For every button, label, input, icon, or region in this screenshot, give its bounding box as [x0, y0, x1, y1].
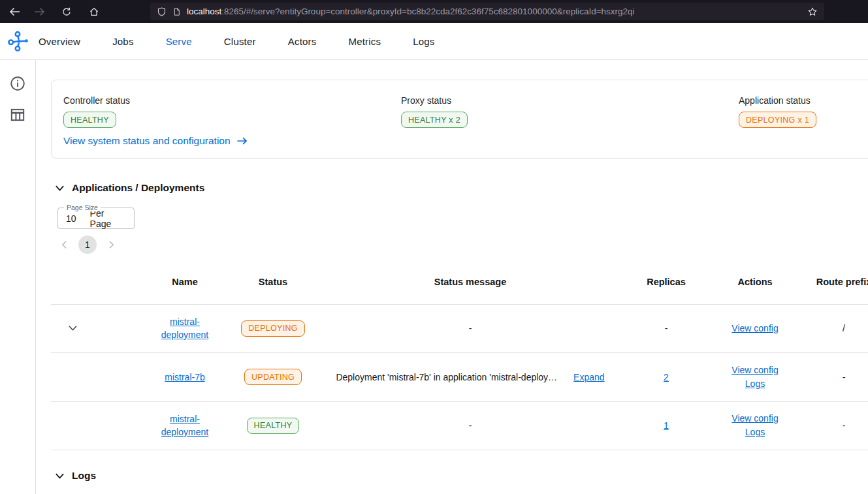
status-message-value: - [469, 323, 472, 333]
page-size-select[interactable]: Page Size 10 Per Page [57, 208, 135, 229]
chevron-down-icon[interactable] [55, 184, 65, 192]
status-badge: UPDATING [244, 369, 302, 385]
ray-dashboard-serve-page: localhost:8265/#/serve?entityGroup=contr… [0, 0, 868, 494]
header-route-prefix: Route prefix [801, 260, 868, 304]
system-status-card: Controller status HEALTHY Proxy status H… [51, 80, 868, 159]
browser-home-icon[interactable] [84, 3, 104, 21]
status-message-value: Deployment 'mistral-7b' in application '… [336, 372, 557, 382]
controller-status-label: Controller status [63, 95, 130, 106]
pagination-page-1[interactable]: 1 [78, 236, 97, 254]
replicas-link[interactable]: 1 [664, 420, 669, 431]
table-view-icon[interactable] [9, 106, 26, 126]
info-icon[interactable] [9, 75, 26, 95]
tab-overview[interactable]: Overview [39, 36, 80, 47]
chevron-down-icon[interactable] [55, 472, 65, 480]
controller-status-section: Controller status HEALTHY [63, 95, 130, 128]
deployments-section-title: Applications / Deployments [72, 182, 204, 194]
table-header-row: Name Status Status message Replicas Acti… [51, 260, 868, 304]
view-config-link[interactable]: View config [731, 323, 778, 333]
expand-message-link[interactable]: Expand [573, 372, 604, 382]
proxy-status-section: Proxy status HEALTHY x 2 [401, 95, 468, 128]
left-rail [0, 60, 36, 494]
shield-icon[interactable] [157, 7, 167, 17]
app-name-link[interactable]: mistral-deployment [152, 315, 217, 341]
route-prefix-value: - [843, 372, 846, 382]
route-prefix-value: / [843, 323, 845, 333]
proxy-status-label: Proxy status [401, 95, 468, 106]
arrow-right-icon [236, 136, 248, 146]
browser-refresh-icon[interactable] [56, 3, 77, 21]
dashboard-nav: Overview Jobs Serve Cluster Actors Metri… [0, 23, 868, 60]
page-size-value: 10 [66, 213, 76, 224]
tab-cluster[interactable]: Cluster [224, 36, 256, 47]
pagination-prev-icon[interactable] [57, 236, 71, 254]
deployments-section-header[interactable]: Applications / Deployments [55, 182, 204, 194]
browser-forward-icon[interactable] [29, 3, 50, 21]
tab-metrics[interactable]: Metrics [348, 36, 381, 47]
controller-status-badge: HEALTHY [63, 112, 116, 128]
header-status: Status [229, 260, 317, 304]
view-config-link[interactable]: View config [731, 412, 778, 425]
deployment-name-link[interactable]: mistral-deployment [152, 412, 217, 439]
status-badge: DEPLOYING [241, 320, 305, 337]
deployments-table: Name Status Status message Replicas Acti… [51, 260, 868, 450]
table-row-deployment: mistral-7b UPDATING Deployment 'mistral-… [51, 352, 868, 401]
logs-section-title: Logs [72, 470, 96, 482]
proxy-status-badge: HEALTHY x 2 [401, 112, 468, 128]
row-expand-chevron-icon[interactable] [68, 324, 78, 332]
header-replicas: Replicas [623, 260, 709, 304]
browser-back-icon[interactable] [4, 3, 25, 21]
bookmark-star-icon[interactable] [807, 7, 818, 17]
replicas-value: - [665, 323, 668, 333]
logs-link[interactable]: Logs [745, 426, 765, 439]
logs-section-header[interactable]: Logs [55, 470, 96, 482]
application-status-section: Application status DEPLOYING x 1 [739, 95, 816, 128]
deployment-name-link[interactable]: mistral-7b [165, 371, 204, 384]
header-name: Name [141, 260, 229, 304]
tab-serve[interactable]: Serve [166, 36, 192, 47]
table-row-application: mistral-deployment DEPLOYING - - View co… [51, 304, 868, 352]
tab-actors[interactable]: Actors [288, 36, 317, 47]
replicas-link[interactable]: 2 [664, 372, 669, 382]
url-text[interactable]: localhost:8265/#/serve?entityGroup=contr… [187, 7, 802, 16]
logs-link[interactable]: Logs [745, 378, 765, 390]
browser-toolbar: localhost:8265/#/serve?entityGroup=contr… [0, 0, 868, 23]
tab-logs[interactable]: Logs [413, 36, 434, 47]
route-prefix-value: - [843, 420, 846, 431]
table-row-deployment: mistral-deployment HEALTHY - 1 View conf… [51, 401, 868, 450]
header-expand [51, 260, 141, 304]
view-system-status-label: View system status and configuration [63, 135, 231, 147]
view-config-link[interactable]: View config [731, 364, 778, 377]
application-status-badge: DEPLOYING x 1 [739, 112, 816, 128]
url-bar[interactable]: localhost:8265/#/serve?entityGroup=contr… [150, 3, 824, 20]
ray-logo-icon[interactable] [5, 30, 31, 52]
page-size-label: Page Size [64, 204, 101, 211]
status-badge: HEALTHY [247, 418, 300, 434]
url-host: localhost [187, 7, 221, 16]
url-path: :8265/#/serve?entityGroup=controller&pro… [221, 7, 634, 16]
pagination-next-icon[interactable] [104, 236, 118, 254]
nav-tabs: Overview Jobs Serve Cluster Actors Metri… [39, 36, 435, 47]
tab-jobs[interactable]: Jobs [112, 36, 134, 47]
status-message-value: - [469, 420, 472, 431]
view-system-status-link[interactable]: View system status and configuration [63, 135, 248, 147]
application-status-label: Application status [739, 95, 816, 106]
pagination: 1 [57, 236, 118, 254]
page-icon[interactable] [172, 7, 181, 17]
header-status-message: Status message [317, 260, 623, 304]
header-actions: Actions [709, 260, 801, 304]
